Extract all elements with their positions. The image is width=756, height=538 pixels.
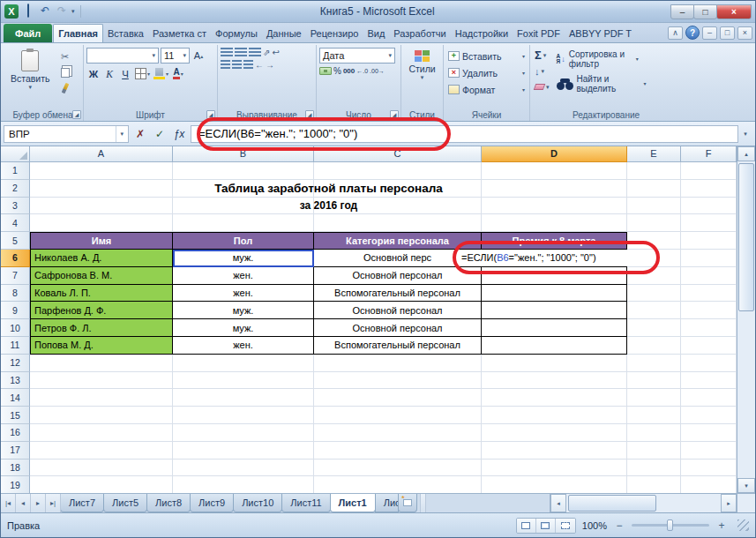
ribbon-tab-Вставка[interactable]: Вставка [103, 24, 148, 42]
paste-button[interactable]: Вставить ▾ [5, 48, 56, 97]
cell-E8[interactable] [627, 285, 681, 303]
view-page-break-button[interactable] [556, 519, 575, 533]
cell-F11[interactable] [681, 337, 737, 355]
cell-C1[interactable] [314, 162, 482, 180]
cell-B10[interactable]: муж. [173, 319, 314, 337]
align-center-button[interactable] [232, 60, 242, 70]
cell-F4[interactable] [681, 214, 737, 232]
cell-A9[interactable]: Парфенов Д. Ф. [30, 302, 173, 319]
row-header-15[interactable]: 15 [1, 407, 30, 424]
cell-F17[interactable] [681, 442, 737, 460]
scroll-down-icon[interactable]: ▾ [737, 478, 755, 493]
comma-format-button[interactable]: 000 [343, 67, 355, 75]
cell-B13[interactable] [173, 372, 314, 390]
cell-B3[interactable] [173, 198, 314, 215]
column-header-C[interactable]: C [314, 146, 482, 162]
ribbon-tab-Разработчи[interactable]: Разработчи [389, 24, 450, 42]
cell-E4[interactable] [627, 214, 681, 232]
row-header-18[interactable]: 18 [1, 460, 30, 477]
row-header-19[interactable]: 19 [1, 476, 30, 493]
cell-F6[interactable] [681, 250, 737, 267]
italic-button[interactable]: К [102, 66, 116, 81]
column-header-D[interactable]: D [482, 146, 627, 162]
cell-D2[interactable] [482, 180, 627, 198]
delete-cells-button[interactable]: ×Удалить▾ [446, 64, 527, 81]
cell-B17[interactable] [173, 442, 314, 460]
redo-button[interactable]: ↷ [55, 4, 69, 19]
cell-D5[interactable]: Премия к 8 марта [482, 232, 627, 250]
row-header-5[interactable]: 5 [1, 232, 30, 250]
cell-C4[interactable] [314, 214, 482, 232]
decrease-indent-button[interactable]: ← [255, 60, 264, 70]
row-header-11[interactable]: 11 [1, 337, 30, 355]
wrap-text-button[interactable]: ↩ [272, 48, 279, 57]
zoom-slider[interactable] [632, 524, 709, 527]
cell-C12[interactable] [314, 355, 482, 372]
cell-C7[interactable]: Основной персонал [314, 267, 482, 285]
ribbon-tab-Foxit PDF[interactable]: Foxit PDF [513, 24, 565, 42]
cell-B5[interactable]: Пол [173, 232, 314, 250]
cell-D7[interactable] [482, 267, 627, 285]
cell-E12[interactable] [627, 355, 681, 372]
cell-F1[interactable] [681, 162, 737, 180]
row-header-2[interactable]: 2 [1, 180, 30, 198]
cell-A15[interactable] [30, 407, 173, 424]
column-header-A[interactable]: A [30, 146, 173, 162]
currency-format-button[interactable] [319, 67, 332, 75]
cell-D17[interactable] [482, 442, 627, 460]
cell-E7[interactable] [627, 267, 681, 285]
collapse-ribbon-button[interactable]: ∧ [668, 26, 683, 40]
next-sheet-button[interactable]: ▸ [31, 494, 46, 512]
cell-F12[interactable] [681, 355, 737, 372]
ribbon-tab-Данные[interactable]: Данные [262, 24, 306, 42]
align-top-button[interactable] [221, 48, 233, 57]
file-tab[interactable]: Файл [4, 24, 52, 42]
clipboard-dialog-launcher[interactable]: ◢ [72, 110, 81, 119]
undo-button[interactable]: ↶ [38, 4, 52, 19]
ribbon-tab-Разметка ст[interactable]: Разметка ст [148, 24, 211, 42]
row-header-14[interactable]: 14 [1, 389, 30, 407]
cell-D12[interactable] [482, 355, 627, 372]
close-button[interactable]: × [716, 4, 752, 19]
cell-B9[interactable]: муж. [173, 302, 314, 319]
qat-customize-button[interactable]: ▾ [71, 8, 75, 15]
cell-E17[interactable] [627, 442, 681, 460]
format-painter-button[interactable] [56, 81, 74, 95]
alignment-dialog-launcher[interactable]: ◢ [305, 110, 314, 119]
bold-button[interactable]: Ж [86, 66, 101, 81]
horizontal-scroll-thumb[interactable] [568, 495, 656, 512]
scroll-right-icon[interactable]: ▸ [721, 494, 737, 512]
cell-C8[interactable]: Вспомогательный персонал [314, 285, 482, 303]
cell-A6[interactable]: Николаев А. Д. [30, 250, 173, 267]
font-color-button[interactable]: А▾ [171, 66, 185, 81]
cell-F18[interactable] [681, 460, 737, 477]
sheet-tab-Лист5[interactable]: Лист5 [103, 494, 147, 512]
cell-E19[interactable] [627, 476, 681, 493]
cell-E11[interactable] [627, 337, 681, 355]
excel-logo-icon[interactable]: X [4, 4, 19, 19]
cell-C17[interactable] [314, 442, 482, 460]
zoom-level[interactable]: 100% [582, 520, 607, 531]
ribbon-tab-Вид[interactable]: Вид [363, 24, 389, 42]
cell-A14[interactable] [30, 389, 173, 407]
cell-C5[interactable]: Категория персонала [314, 232, 482, 250]
row-header-10[interactable]: 10 [1, 319, 30, 337]
cell-F14[interactable] [681, 389, 737, 407]
cell-D13[interactable] [482, 372, 627, 390]
cell-C10[interactable]: Основной персонал [314, 319, 482, 337]
cell-B18[interactable] [173, 460, 314, 477]
percent-format-button[interactable]: % [333, 66, 341, 76]
align-right-button[interactable] [243, 60, 253, 70]
cell-A8[interactable]: Коваль Л. П. [30, 285, 173, 303]
horizontal-scroll-track[interactable] [566, 494, 721, 512]
insert-worksheet-button[interactable] [398, 494, 417, 512]
increase-decimal-button[interactable]: ←.0 [356, 68, 368, 74]
cell-D3[interactable] [482, 198, 627, 215]
save-button[interactable] [21, 4, 35, 19]
cell-E14[interactable] [627, 389, 681, 407]
view-normal-button[interactable] [517, 519, 536, 533]
cell-B8[interactable]: жен. [173, 285, 314, 303]
cell-F3[interactable] [681, 198, 737, 215]
increase-font-button[interactable]: А▴ [191, 49, 206, 64]
cell-E1[interactable] [627, 162, 681, 180]
